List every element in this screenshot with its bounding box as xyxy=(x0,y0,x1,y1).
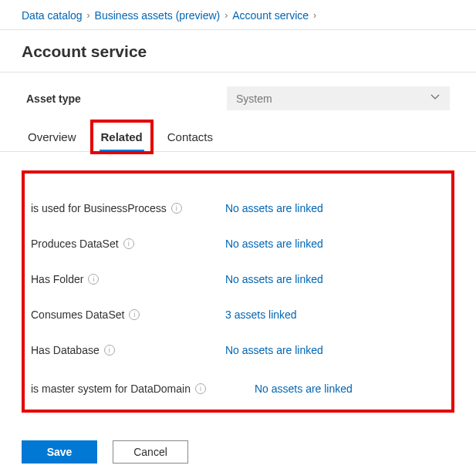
related-link[interactable]: No assets are linked xyxy=(225,273,323,285)
asset-type-select[interactable]: System xyxy=(227,86,450,110)
tab-overview[interactable]: Overview xyxy=(26,126,78,151)
related-row: Produces DataSet i No assets are linked xyxy=(31,226,445,261)
related-row: is used for BusinessProcess i No assets … xyxy=(31,190,445,226)
tablist: Overview Related Contacts xyxy=(0,126,476,152)
related-label: Consumes DataSet xyxy=(31,308,124,321)
related-panel: is used for BusinessProcess i No assets … xyxy=(22,170,454,413)
related-link[interactable]: No assets are linked xyxy=(225,202,323,214)
info-icon[interactable]: i xyxy=(104,345,115,356)
asset-type-value: System xyxy=(236,93,272,105)
related-link[interactable]: 3 assets linked xyxy=(225,308,297,321)
related-label: Has Folder xyxy=(31,273,83,285)
save-button[interactable]: Save xyxy=(22,440,97,464)
asset-type-field: Asset type System xyxy=(0,72,476,126)
related-label: is master system for DataDomain xyxy=(31,383,191,395)
breadcrumb-link-data-catalog[interactable]: Data catalog xyxy=(22,9,83,22)
asset-type-label: Asset type xyxy=(26,93,211,105)
related-row: Has Database i No assets are linked xyxy=(31,332,445,368)
chevron-down-icon xyxy=(430,92,441,105)
related-row: is master system for DataDomain i No ass… xyxy=(31,368,445,403)
related-label: Has Database xyxy=(31,344,100,356)
breadcrumb-link-business-assets[interactable]: Business assets (preview) xyxy=(95,9,221,22)
info-icon[interactable]: i xyxy=(195,383,206,394)
chevron-right-icon: › xyxy=(224,10,228,21)
related-label: Produces DataSet xyxy=(31,238,119,250)
related-row: Has Folder i No assets are linked xyxy=(31,261,445,297)
related-link[interactable]: No assets are linked xyxy=(255,383,353,395)
info-icon[interactable]: i xyxy=(123,238,134,249)
related-link[interactable]: No assets are linked xyxy=(225,344,323,356)
button-row: Save Cancel xyxy=(0,423,476,464)
related-link[interactable]: No assets are linked xyxy=(225,238,323,250)
related-row: Consumes DataSet i 3 assets linked xyxy=(31,297,445,332)
breadcrumb: Data catalog › Business assets (preview)… xyxy=(0,6,476,30)
tab-contacts[interactable]: Contacts xyxy=(166,126,214,151)
related-label: is used for BusinessProcess xyxy=(31,202,167,214)
page-title: Account service xyxy=(0,30,476,72)
info-icon[interactable]: i xyxy=(88,274,99,285)
chevron-right-icon: › xyxy=(313,10,316,21)
cancel-button[interactable]: Cancel xyxy=(113,440,188,464)
chevron-right-icon: › xyxy=(87,10,90,21)
info-icon[interactable]: i xyxy=(171,203,182,214)
tab-related[interactable]: Related xyxy=(100,126,144,152)
breadcrumb-link-account-service[interactable]: Account service xyxy=(232,9,309,22)
info-icon[interactable]: i xyxy=(129,309,140,320)
